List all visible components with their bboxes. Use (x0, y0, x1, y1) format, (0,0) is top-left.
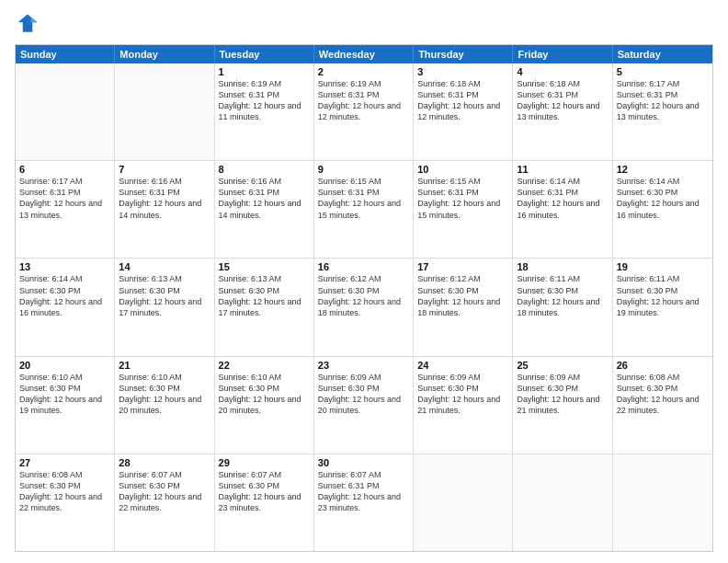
day-info: Sunrise: 6:07 AM Sunset: 6:31 PM Dayligh… (318, 469, 409, 514)
day-number: 5 (617, 66, 709, 77)
cal-cell-day-21: 21Sunrise: 6:10 AM Sunset: 6:30 PM Dayli… (115, 357, 214, 454)
cal-cell-day-23: 23Sunrise: 6:09 AM Sunset: 6:30 PM Dayli… (314, 357, 414, 454)
cal-cell-day-4: 4Sunrise: 6:18 AM Sunset: 6:31 PM Daylig… (513, 63, 612, 160)
day-number: 16 (318, 261, 409, 272)
day-info: Sunrise: 6:16 AM Sunset: 6:31 PM Dayligh… (119, 176, 210, 221)
day-number: 19 (617, 261, 709, 272)
cal-header-sunday: Sunday (16, 45, 115, 63)
day-number: 7 (119, 164, 210, 175)
day-info: Sunrise: 6:14 AM Sunset: 6:31 PM Dayligh… (517, 176, 608, 221)
cal-cell-day-7: 7Sunrise: 6:16 AM Sunset: 6:31 PM Daylig… (115, 161, 214, 258)
day-number: 29 (219, 457, 310, 468)
cal-cell-day-5: 5Sunrise: 6:17 AM Sunset: 6:31 PM Daylig… (613, 63, 712, 160)
day-info: Sunrise: 6:13 AM Sunset: 6:30 PM Dayligh… (219, 273, 310, 318)
day-number: 13 (19, 261, 110, 272)
cal-cell-day-28: 28Sunrise: 6:07 AM Sunset: 6:30 PM Dayli… (115, 454, 214, 551)
day-info: Sunrise: 6:08 AM Sunset: 6:30 PM Dayligh… (19, 469, 110, 514)
cal-cell-day-25: 25Sunrise: 6:09 AM Sunset: 6:30 PM Dayli… (513, 357, 612, 454)
day-info: Sunrise: 6:18 AM Sunset: 6:31 PM Dayligh… (417, 78, 508, 123)
day-info: Sunrise: 6:07 AM Sunset: 6:30 PM Dayligh… (119, 469, 210, 514)
day-info: Sunrise: 6:17 AM Sunset: 6:31 PM Dayligh… (617, 78, 709, 123)
cal-cell-empty (115, 63, 214, 160)
day-info: Sunrise: 6:18 AM Sunset: 6:31 PM Dayligh… (517, 78, 608, 123)
day-number: 9 (318, 164, 409, 175)
day-number: 18 (517, 261, 608, 272)
cal-cell-empty (513, 454, 612, 551)
cal-cell-day-17: 17Sunrise: 6:12 AM Sunset: 6:30 PM Dayli… (414, 259, 513, 355)
cal-cell-day-3: 3Sunrise: 6:18 AM Sunset: 6:31 PM Daylig… (414, 63, 513, 160)
day-number: 11 (517, 164, 608, 175)
cal-cell-day-14: 14Sunrise: 6:13 AM Sunset: 6:30 PM Dayli… (115, 259, 214, 355)
day-number: 21 (119, 360, 210, 371)
day-info: Sunrise: 6:14 AM Sunset: 6:30 PM Dayligh… (617, 176, 709, 221)
cal-cell-day-24: 24Sunrise: 6:09 AM Sunset: 6:30 PM Dayli… (414, 357, 513, 454)
day-number: 26 (617, 360, 709, 371)
cal-cell-day-26: 26Sunrise: 6:08 AM Sunset: 6:30 PM Dayli… (613, 357, 712, 454)
day-info: Sunrise: 6:09 AM Sunset: 6:30 PM Dayligh… (417, 372, 508, 417)
day-info: Sunrise: 6:09 AM Sunset: 6:30 PM Dayligh… (517, 372, 608, 417)
cal-cell-day-27: 27Sunrise: 6:08 AM Sunset: 6:30 PM Dayli… (16, 454, 115, 551)
day-number: 17 (417, 261, 508, 272)
cal-header-monday: Monday (115, 45, 214, 63)
logo (15, 11, 44, 37)
day-info: Sunrise: 6:14 AM Sunset: 6:30 PM Dayligh… (19, 273, 110, 318)
header (15, 11, 713, 37)
day-info: Sunrise: 6:19 AM Sunset: 6:31 PM Dayligh… (318, 78, 409, 123)
cal-week-4: 27Sunrise: 6:08 AM Sunset: 6:30 PM Dayli… (16, 454, 712, 551)
day-number: 1 (219, 66, 310, 77)
cal-week-1: 6Sunrise: 6:17 AM Sunset: 6:31 PM Daylig… (16, 161, 712, 259)
cal-cell-day-2: 2Sunrise: 6:19 AM Sunset: 6:31 PM Daylig… (314, 63, 414, 160)
cal-cell-day-18: 18Sunrise: 6:11 AM Sunset: 6:30 PM Dayli… (513, 259, 612, 355)
cal-week-2: 13Sunrise: 6:14 AM Sunset: 6:30 PM Dayli… (16, 259, 712, 356)
cal-cell-empty (613, 454, 712, 551)
cal-cell-day-9: 9Sunrise: 6:15 AM Sunset: 6:31 PM Daylig… (314, 161, 414, 258)
day-info: Sunrise: 6:12 AM Sunset: 6:30 PM Dayligh… (318, 273, 409, 318)
cal-cell-day-12: 12Sunrise: 6:14 AM Sunset: 6:30 PM Dayli… (613, 161, 712, 258)
day-info: Sunrise: 6:15 AM Sunset: 6:31 PM Dayligh… (417, 176, 508, 221)
day-number: 30 (318, 457, 409, 468)
cal-header-friday: Friday (513, 45, 612, 63)
cal-header-saturday: Saturday (613, 45, 712, 63)
cal-cell-day-13: 13Sunrise: 6:14 AM Sunset: 6:30 PM Dayli… (16, 259, 115, 355)
day-info: Sunrise: 6:07 AM Sunset: 6:30 PM Dayligh… (219, 469, 310, 514)
cal-cell-day-1: 1Sunrise: 6:19 AM Sunset: 6:31 PM Daylig… (215, 63, 314, 160)
day-info: Sunrise: 6:15 AM Sunset: 6:31 PM Dayligh… (318, 176, 409, 221)
day-info: Sunrise: 6:10 AM Sunset: 6:30 PM Dayligh… (119, 372, 210, 417)
cal-cell-day-30: 30Sunrise: 6:07 AM Sunset: 6:31 PM Dayli… (314, 454, 414, 551)
day-number: 15 (219, 261, 310, 272)
day-info: Sunrise: 6:10 AM Sunset: 6:30 PM Dayligh… (19, 372, 110, 417)
day-info: Sunrise: 6:16 AM Sunset: 6:31 PM Dayligh… (219, 176, 310, 221)
day-number: 20 (19, 360, 110, 371)
day-number: 22 (219, 360, 310, 371)
cal-cell-day-8: 8Sunrise: 6:16 AM Sunset: 6:31 PM Daylig… (215, 161, 314, 258)
day-number: 3 (417, 66, 508, 77)
day-info: Sunrise: 6:11 AM Sunset: 6:30 PM Dayligh… (617, 273, 709, 318)
day-number: 25 (517, 360, 608, 371)
cal-week-0: 1Sunrise: 6:19 AM Sunset: 6:31 PM Daylig… (16, 63, 712, 161)
cal-cell-day-15: 15Sunrise: 6:13 AM Sunset: 6:30 PM Dayli… (215, 259, 314, 355)
cal-cell-empty (414, 454, 513, 551)
cal-week-3: 20Sunrise: 6:10 AM Sunset: 6:30 PM Dayli… (16, 357, 712, 454)
day-number: 8 (219, 164, 310, 175)
cal-cell-day-10: 10Sunrise: 6:15 AM Sunset: 6:31 PM Dayli… (414, 161, 513, 258)
cal-cell-day-16: 16Sunrise: 6:12 AM Sunset: 6:30 PM Dayli… (314, 259, 414, 355)
cal-cell-day-22: 22Sunrise: 6:10 AM Sunset: 6:30 PM Dayli… (215, 357, 314, 454)
day-number: 4 (517, 66, 608, 77)
cal-cell-empty (16, 63, 115, 160)
calendar-body: 1Sunrise: 6:19 AM Sunset: 6:31 PM Daylig… (16, 63, 712, 551)
day-number: 28 (119, 457, 210, 468)
cal-header-wednesday: Wednesday (314, 45, 414, 63)
calendar-header-row: SundayMondayTuesdayWednesdayThursdayFrid… (16, 45, 712, 63)
day-info: Sunrise: 6:10 AM Sunset: 6:30 PM Dayligh… (219, 372, 310, 417)
day-info: Sunrise: 6:19 AM Sunset: 6:31 PM Dayligh… (219, 78, 310, 123)
logo-icon (15, 11, 40, 37)
cal-header-tuesday: Tuesday (215, 45, 314, 63)
day-number: 23 (318, 360, 409, 371)
cal-cell-day-20: 20Sunrise: 6:10 AM Sunset: 6:30 PM Dayli… (16, 357, 115, 454)
day-info: Sunrise: 6:09 AM Sunset: 6:30 PM Dayligh… (318, 372, 409, 417)
day-number: 10 (417, 164, 508, 175)
cal-cell-day-6: 6Sunrise: 6:17 AM Sunset: 6:31 PM Daylig… (16, 161, 115, 258)
page: SundayMondayTuesdayWednesdayThursdayFrid… (0, 0, 728, 563)
cal-header-thursday: Thursday (414, 45, 513, 63)
cal-cell-day-11: 11Sunrise: 6:14 AM Sunset: 6:31 PM Dayli… (513, 161, 612, 258)
